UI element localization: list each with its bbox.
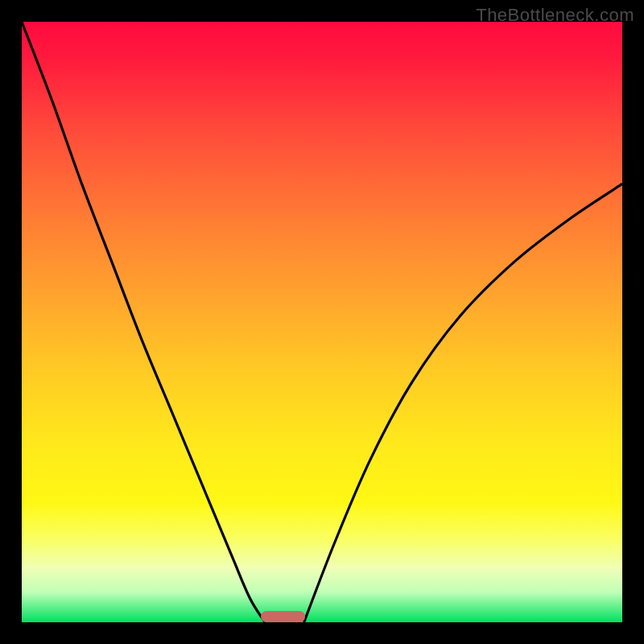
curve-layer [22, 22, 622, 622]
plot-area [22, 22, 622, 622]
watermark-label: TheBottleneck.com [476, 5, 634, 26]
chart-frame: TheBottleneck.com [0, 0, 644, 644]
left-curve [22, 22, 265, 622]
minimum-marker [261, 611, 306, 622]
right-curve [304, 184, 622, 622]
